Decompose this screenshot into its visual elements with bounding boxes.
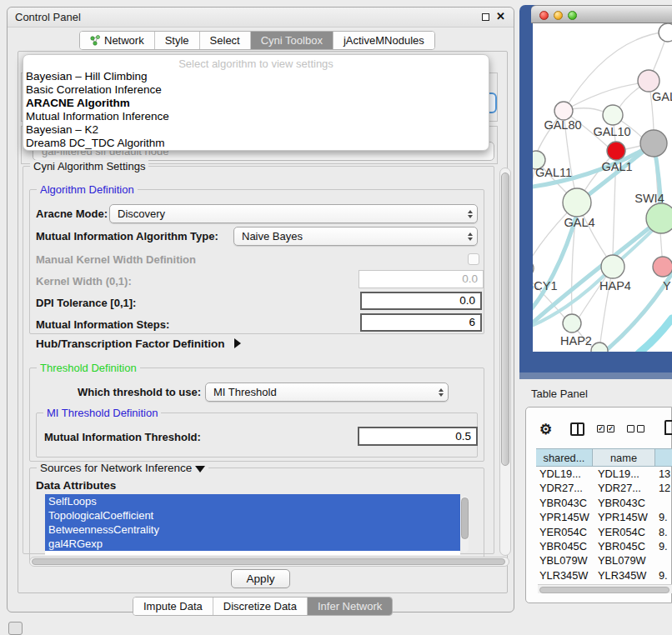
table-cell[interactable]: YBL079W bbox=[593, 553, 655, 568]
scrollbar-thumb[interactable] bbox=[461, 498, 469, 539]
table-row[interactable]: YPR145WYPR145W9. bbox=[536, 510, 672, 524]
expand-arrow-icon[interactable] bbox=[195, 466, 205, 472]
table-row[interactable]: YBR045CYBR045C9. bbox=[536, 539, 672, 553]
table-row[interactable]: YDL19...YDL19...13 bbox=[536, 467, 672, 481]
mi-threshold-input[interactable]: 0.5 bbox=[358, 427, 478, 446]
network-node[interactable] bbox=[640, 130, 667, 157]
tab-select[interactable]: Select bbox=[199, 32, 250, 49]
network-node-gal[interactable] bbox=[638, 70, 659, 92]
hub-tf-section-label[interactable]: Hub/Transcription Factor Definition bbox=[36, 338, 225, 350]
scrollbar-thumb[interactable] bbox=[501, 172, 509, 466]
dropdown-item[interactable]: Basic Correlation Inference bbox=[23, 83, 489, 97]
tab-discretize-data[interactable]: Discretize Data bbox=[213, 598, 307, 615]
docked-panel-icon[interactable] bbox=[8, 622, 23, 635]
deselect-all-icon[interactable] bbox=[627, 425, 644, 432]
network-node-gal80[interactable] bbox=[554, 102, 573, 120]
dropdown-item[interactable]: Bayesian – K2 bbox=[23, 123, 489, 137]
table-cell[interactable]: YDR27... bbox=[593, 481, 655, 495]
dropdown-item[interactable]: Bayesian – Hill Climbing bbox=[23, 70, 489, 83]
network-node[interactable] bbox=[591, 342, 608, 352]
dropdown-item[interactable]: Mutual Information Inference bbox=[23, 110, 489, 123]
table-header-row[interactable]: shared...name bbox=[536, 448, 672, 467]
scrollbar-thumb[interactable] bbox=[539, 587, 669, 593]
minimize-traffic-light-icon[interactable] bbox=[554, 11, 563, 20]
attribute-list-item[interactable]: TopologicalCoefficient bbox=[45, 508, 460, 522]
attribute-list-item[interactable]: SelfLoops bbox=[45, 494, 460, 508]
table-cell[interactable]: YLR345W bbox=[536, 568, 593, 582]
table-cell[interactable]: YBR045C bbox=[536, 539, 593, 553]
network-window-titlebar[interactable] bbox=[531, 5, 672, 23]
network-node-gal4[interactable] bbox=[563, 188, 591, 217]
table-cell[interactable]: YPR145W bbox=[593, 510, 655, 524]
table-cell[interactable]: YDR27... bbox=[536, 481, 593, 495]
close-traffic-light-icon[interactable] bbox=[539, 11, 549, 20]
table-function-icon[interactable] bbox=[664, 420, 672, 435]
column-header[interactable]: name bbox=[593, 448, 655, 467]
table-cell[interactable] bbox=[655, 553, 672, 568]
table-horizontal-scrollbar[interactable] bbox=[538, 584, 672, 593]
table-cell[interactable]: YBR045C bbox=[593, 539, 655, 553]
horizontal-scrollbar[interactable] bbox=[29, 557, 509, 567]
attributes-scrollbar[interactable] bbox=[460, 496, 469, 552]
table-row[interactable]: YBL079WYBL079W bbox=[536, 553, 672, 568]
dpi-tolerance-input[interactable]: 0.0 bbox=[360, 292, 482, 310]
tab-network[interactable]: Network bbox=[80, 32, 154, 49]
tab-cyni-toolbox[interactable]: Cyni Toolbox bbox=[250, 32, 333, 49]
table-cell[interactable]: YBR043C bbox=[593, 496, 655, 510]
attribute-list-item[interactable]: gal4RGexp bbox=[45, 537, 460, 551]
table-body[interactable]: YDL19...YDL19...13YDR27...YDR27...12YBR0… bbox=[536, 467, 672, 584]
table-cell[interactable]: YDL19... bbox=[536, 467, 593, 481]
which-threshold-combo[interactable]: MI Threshold bbox=[205, 382, 449, 402]
zoom-traffic-light-icon[interactable] bbox=[568, 11, 577, 20]
table-cell[interactable]: YER054C bbox=[593, 525, 655, 539]
dropdown-item[interactable]: Dream8 DC_TDC Algorithm bbox=[23, 137, 489, 150]
table-cell[interactable]: 13 bbox=[655, 467, 672, 481]
network-canvas[interactable]: GALGAL80GAL10GAL1GAL11SWI4GAL4GCY1HAP4YH… bbox=[533, 23, 672, 352]
tab-style[interactable]: Style bbox=[154, 32, 199, 49]
tab-infer-network[interactable]: Infer Network bbox=[307, 598, 392, 615]
aracne-mode-combo[interactable]: Discovery bbox=[109, 204, 478, 223]
apply-button[interactable]: Apply bbox=[231, 569, 290, 588]
network-node-swi4[interactable] bbox=[646, 203, 672, 233]
scrollbar-thumb[interactable] bbox=[32, 558, 505, 565]
table-cell[interactable]: 12 bbox=[655, 481, 672, 495]
float-window-icon[interactable] bbox=[482, 13, 489, 21]
table-cell[interactable]: YPR145W bbox=[536, 510, 593, 524]
network-node-hap4[interactable] bbox=[601, 255, 624, 278]
network-node[interactable] bbox=[659, 23, 672, 42]
table-cell[interactable]: YBL079W bbox=[536, 553, 593, 568]
tab-impute-data[interactable]: Impute Data bbox=[133, 598, 213, 615]
network-node-gal10[interactable] bbox=[603, 105, 623, 125]
network-node-gal1[interactable] bbox=[607, 142, 625, 160]
network-node-y[interactable] bbox=[653, 257, 672, 277]
table-cell[interactable]: YLR345W bbox=[593, 568, 655, 582]
kernel-width-input[interactable]: 0.0 bbox=[359, 270, 484, 288]
close-icon[interactable]: ✕ bbox=[496, 10, 505, 22]
collapse-arrow-icon[interactable] bbox=[234, 338, 241, 348]
table-cell[interactable]: 9. bbox=[655, 568, 672, 582]
settings-scrollbar[interactable] bbox=[499, 168, 511, 556]
dropdown-item[interactable]: ARACNE Algorithm bbox=[23, 97, 489, 110]
column-header[interactable] bbox=[655, 448, 672, 467]
table-row[interactable]: YDR27...YDR27...12 bbox=[536, 481, 672, 495]
mi-algorithm-type-combo[interactable]: Naive Bayes bbox=[233, 227, 478, 246]
node-table[interactable]: shared...name YDL19...YDL19...13YDR27...… bbox=[536, 448, 672, 584]
manual-kernel-checkbox[interactable] bbox=[468, 253, 479, 265]
network-node-gcy1[interactable] bbox=[533, 259, 534, 278]
column-layout-icon[interactable] bbox=[570, 422, 584, 436]
mi-steps-input[interactable]: 6 bbox=[360, 313, 482, 332]
tab-jactivemnodules[interactable]: jActiveMNodules bbox=[333, 32, 434, 49]
table-cell[interactable]: 8. bbox=[655, 525, 672, 539]
table-cell[interactable]: 9. bbox=[655, 510, 672, 524]
gear-icon[interactable]: ⚙ bbox=[539, 421, 552, 438]
table-cell[interactable]: 9. bbox=[655, 539, 672, 553]
attribute-list-item[interactable]: BetweennessCentrality bbox=[45, 522, 460, 537]
table-cell[interactable]: YER054C bbox=[536, 525, 593, 539]
select-all-icon[interactable]: ✓✓ bbox=[597, 425, 614, 432]
network-node-hap2[interactable] bbox=[563, 314, 581, 332]
table-cell[interactable] bbox=[655, 496, 672, 510]
table-cell[interactable]: YDL19... bbox=[593, 467, 655, 481]
table-cell[interactable]: YBR043C bbox=[536, 496, 593, 510]
column-header[interactable]: shared... bbox=[536, 448, 593, 467]
table-row[interactable]: YER054CYER054C8. bbox=[536, 525, 672, 539]
